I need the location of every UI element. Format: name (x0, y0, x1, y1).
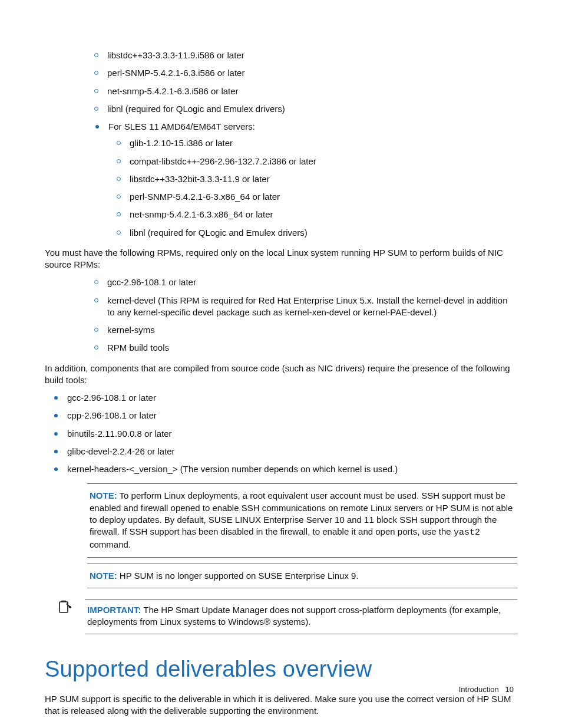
svg-rect-0 (59, 602, 68, 612)
list-item: binutils-2.11.90.0.8 or later (45, 428, 517, 440)
footer-section: Introduction (459, 685, 499, 694)
list-item: gcc-2.96-108.1 or later (45, 392, 517, 404)
list-item: glibc-devel-2.2.4-26 or later (45, 446, 517, 457)
sub-list-a: libstdc++33-3.3.3-11.9.i586 or later per… (86, 50, 517, 115)
list-item: libstdc++33-32bit-3.3.3-11.9 or later (108, 173, 517, 185)
list-text: kernel-headers-<_version_> (The version … (67, 464, 398, 474)
list-text: perl-SNMP-5.4.2.1-6.3.i586 or later (107, 68, 244, 78)
list-item: For SLES 11 AMD64/EM64T servers: glib-1.… (86, 121, 517, 239)
note-box-2: NOTE: HP SUM is no longer supported on S… (87, 564, 517, 588)
footer-page-number: 10 (505, 685, 514, 694)
note-command: yast2 (454, 528, 480, 538)
document-page: libstdc++33-3.3.3-11.9.i586 or later per… (0, 0, 562, 728)
note-label: NOTE: (90, 490, 117, 500)
list-text: net-snmp-5.4.2.1-6.3.x86_64 or later (130, 209, 273, 219)
list-text: kernel-devel (This RPM is required for R… (107, 295, 507, 317)
list-item: perl-SNMP-5.4.2.1-6-3.x86_64 or later (108, 191, 517, 203)
list-item: glib-1.2.10-15.i386 or later (108, 137, 517, 149)
list-item: compat-libstdc++-296-2.96-132.7.2.i386 o… (108, 156, 517, 167)
list-text: libnl (required for QLogic and Emulex dr… (130, 228, 308, 238)
list-text: gcc-2.96-108.1 or later (107, 277, 196, 287)
list-item: cpp-2.96-108.1 or later (45, 410, 517, 421)
list-item: net-snmp-5.4.2.1-6.3.x86_64 or later (108, 209, 517, 220)
list-text: gcc-2.96-108.1 or later (67, 393, 156, 403)
list-item: libstdc++33-3.3.3-11.9.i586 or later (86, 50, 517, 61)
list-text: cpp-2.96-108.1 or later (67, 410, 157, 420)
list-text: libstdc++33-3.3.3-11.9.i586 or later (107, 50, 244, 60)
note-body: HP SUM is no longer supported on SUSE En… (117, 571, 359, 581)
page-footer: Introduction 10 (459, 684, 514, 695)
list-text: perl-SNMP-5.4.2.1-6-3.x86_64 or later (130, 192, 280, 202)
note-body: command. (90, 539, 131, 549)
note-label: NOTE: (90, 571, 117, 581)
list-text: net-snmp-5.4.2.1-6.3.i586 or later (107, 86, 239, 96)
section-heading: Supported deliverables overview (45, 654, 517, 684)
important-box: IMPORTANT: The HP Smart Update Manager d… (85, 599, 517, 635)
list-text: For SLES 11 AMD64/EM64T servers: (108, 121, 255, 131)
list-item: kernel-headers-<_version_> (The version … (45, 463, 517, 475)
list-text: glib-1.2.10-15.i386 or later (130, 138, 233, 148)
list-text: RPM build tools (107, 342, 169, 353)
sub-list-c: gcc-2.96-108.1 or later kernel-devel (Th… (86, 276, 517, 354)
list-item: RPM build tools (86, 342, 517, 354)
note-body: To perform Linux deployments, a root equ… (90, 490, 513, 536)
sub-list-b: glib-1.2.10-15.i386 or later compat-libs… (108, 137, 517, 239)
important-label: IMPORTANT: (87, 605, 141, 615)
heading-paragraph: HP SUM support is specific to the delive… (45, 693, 517, 717)
list-text: libstdc++33-32bit-3.3.3-11.9 or later (130, 174, 270, 184)
important-body: The HP Smart Update Manager does not sup… (87, 605, 501, 627)
bullet-list-d: gcc-2.96-108.1 or later cpp-2.96-108.1 o… (45, 392, 517, 475)
list-text: compat-libstdc++-296-2.96-132.7.2.i386 o… (130, 156, 316, 166)
list-item: libnl (required for QLogic and Emulex dr… (86, 103, 517, 115)
list-text: libnl (required for QLogic and Emulex dr… (107, 104, 285, 114)
list-item: net-snmp-5.4.2.1-6.3.i586 or later (86, 85, 517, 97)
important-icon (58, 600, 72, 617)
page-content: libstdc++33-3.3.3-11.9.i586 or later per… (86, 50, 517, 717)
paragraph-compiled: In addition, components that are compile… (45, 363, 517, 387)
list-item: kernel-devel (This RPM is required for R… (86, 295, 517, 319)
paragraph-rpms: You must have the following RPMs, requir… (45, 247, 517, 271)
list-item: libnl (required for QLogic and Emulex dr… (108, 227, 517, 239)
list-item: kernel-syms (86, 324, 517, 336)
important-row: IMPORTANT: The HP Smart Update Manager d… (58, 599, 517, 635)
list-text: glibc-devel-2.2.4-26 or later (67, 446, 175, 456)
list-text: binutils-2.11.90.0.8 or later (67, 429, 172, 439)
list-text: kernel-syms (107, 325, 155, 335)
list-item: perl-SNMP-5.4.2.1-6.3.i586 or later (86, 67, 517, 79)
list-item: gcc-2.96-108.1 or later (86, 276, 517, 288)
note-group: NOTE: To perform Linux deployments, a ro… (87, 483, 517, 588)
bullet-list-intro: For SLES 11 AMD64/EM64T servers: glib-1.… (86, 121, 517, 239)
note-box-1: NOTE: To perform Linux deployments, a ro… (87, 483, 517, 557)
